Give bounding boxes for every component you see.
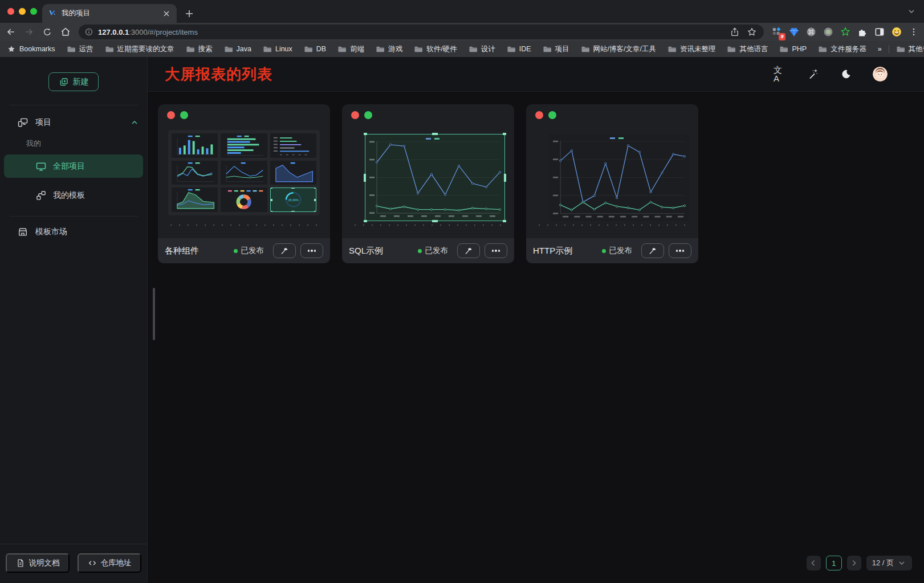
page-size-select[interactable]: 12 / 页	[866, 556, 912, 570]
bookmark-folder[interactable]: 网站/博客/文章/工具	[581, 44, 656, 54]
window-minimize-button[interactable]	[19, 8, 26, 15]
bookmark-star-icon[interactable]	[746, 26, 758, 38]
extension-grid-icon[interactable]: 9	[771, 26, 783, 38]
home-button[interactable]	[59, 26, 72, 38]
page-header: 大屏报表的列表 文A	[148, 57, 924, 92]
bookmark-folder[interactable]: Java	[224, 44, 251, 54]
extension-gem-icon[interactable]	[788, 26, 800, 38]
share-icon[interactable]	[728, 26, 741, 38]
browser-menu-icon[interactable]	[907, 26, 919, 38]
extension-green-star-icon[interactable]	[839, 26, 851, 38]
browser-tab-strip: 我的项目	[0, 0, 924, 23]
project-group-icon	[17, 117, 29, 128]
bookmark-folder[interactable]: 游戏	[376, 44, 402, 54]
bookmark-folder-label: Java	[237, 45, 251, 53]
sidebar-group-project[interactable]: 项目	[0, 105, 147, 128]
http-line-chart	[549, 134, 689, 221]
other-bookmarks[interactable]: 其他书签	[896, 44, 924, 54]
main-content: 大屏报表的列表 文A	[148, 57, 924, 583]
bookmark-folder[interactable]: 文件服务器	[818, 44, 866, 54]
project-card[interactable]: HTTP示例 已发布	[526, 104, 698, 263]
tab-search-chevron-icon[interactable]	[907, 7, 916, 18]
bookmark-folder[interactable]: 近期需要读的文章	[105, 44, 174, 54]
reload-button[interactable]	[41, 26, 54, 38]
status-label: 已发布	[241, 246, 264, 256]
card-thumbnail-dashboard[interactable]: 25.00%	[168, 130, 320, 215]
hammer-icon	[464, 246, 473, 255]
user-avatar[interactable]	[873, 67, 888, 81]
window-close-button[interactable]	[7, 8, 14, 15]
bookmark-folder[interactable]: 资讯未整理	[667, 44, 716, 54]
avatar-image	[873, 67, 888, 81]
extension-knot-icon[interactable]	[805, 26, 817, 38]
project-card[interactable]: 25.00% 各种组件 已发布	[158, 104, 330, 263]
bookmark-folder[interactable]: Linux	[263, 44, 292, 54]
bookmark-folder[interactable]: 搜索	[186, 44, 213, 54]
new-tab-button[interactable]	[182, 7, 196, 21]
bookmark-folder[interactable]: 其他语言	[727, 44, 768, 54]
side-panel-icon[interactable]	[873, 26, 885, 38]
bookmarks-divider	[889, 45, 889, 53]
sidebar-item-my-templates[interactable]: 我的模板	[4, 184, 143, 207]
bookmarks-manager[interactable]: Bookmarks	[7, 44, 55, 54]
sidebar-item-all-projects[interactable]: 全部项目	[4, 154, 143, 178]
edit-project-button[interactable]	[641, 243, 664, 258]
edit-project-button[interactable]	[457, 243, 480, 258]
extensions-puzzle-icon[interactable]	[856, 26, 868, 38]
current-page-button[interactable]: 1	[826, 556, 842, 570]
more-options-button[interactable]	[485, 243, 507, 258]
card-thumbnail-line-chart-selected[interactable]	[365, 134, 505, 221]
sidebar-subgroup-mine: 我的	[0, 128, 147, 149]
bookmark-folder-label: 项目	[555, 44, 569, 54]
address-bar[interactable]: 127.0.0.1:3000/#/project/items	[79, 25, 764, 39]
new-project-button[interactable]: 新建	[48, 72, 99, 91]
app-page: 新建 项目 我的 全部项目 我的模板 模板市场 说明文档	[0, 57, 924, 583]
card-red-dot	[351, 111, 359, 119]
next-page-button[interactable]	[847, 556, 861, 570]
url-host: 127.0.0.1	[98, 28, 129, 36]
card-thumbnail-line-chart[interactable]	[549, 134, 689, 221]
window-zoom-button[interactable]	[30, 8, 37, 15]
project-card[interactable]: SQL示例 已发布	[342, 104, 514, 263]
more-options-button[interactable]	[669, 243, 691, 258]
edit-project-button[interactable]	[273, 243, 296, 258]
bookmark-folder-label: 资讯未整理	[680, 44, 716, 54]
more-options-button[interactable]	[300, 243, 323, 258]
extension-record-icon[interactable]	[822, 26, 834, 38]
hammer-icon	[280, 246, 289, 255]
bookmarks-overflow-chevron[interactable]: »	[878, 45, 882, 53]
bookmark-folder[interactable]: 前端	[337, 44, 364, 54]
bookmarks-label: Bookmarks	[19, 45, 55, 53]
bookmark-folder[interactable]: PHP	[779, 44, 807, 54]
bookmark-folder[interactable]: IDE	[507, 44, 531, 54]
dark-mode-moon-icon[interactable]	[840, 68, 852, 80]
bookmark-folder[interactable]: 软件/硬件	[414, 44, 457, 54]
site-info-icon[interactable]	[84, 27, 93, 36]
forward-button[interactable]	[23, 26, 35, 38]
bookmark-folder[interactable]: 运营	[67, 44, 93, 54]
prev-page-button[interactable]	[807, 556, 821, 570]
sidebar-item-template-market[interactable]: 模板市场	[0, 220, 147, 243]
docs-label: 说明文档	[29, 558, 60, 568]
profile-avatar-icon[interactable]	[890, 26, 902, 38]
bookmark-folder[interactable]: 项目	[543, 44, 569, 54]
new-project-icon	[59, 77, 69, 87]
tab-close-icon[interactable]	[162, 9, 171, 18]
browser-tab-active[interactable]: 我的项目	[42, 4, 177, 23]
card-green-dot	[180, 111, 188, 119]
chevron-up-icon[interactable]	[130, 118, 139, 127]
monitor-icon	[35, 161, 47, 172]
bookmark-folder[interactable]: DB	[304, 44, 326, 54]
bookmarks-bar: Bookmarks 运营 近期需要读的文章 搜索 Java Linux DB 前…	[0, 41, 924, 57]
project-name: SQL示例	[349, 246, 413, 256]
magic-wand-icon[interactable]	[807, 68, 819, 80]
language-translate-icon[interactable]: 文A	[774, 68, 786, 80]
scrollbar-thumb[interactable]	[153, 288, 155, 340]
extensions-area: 9	[771, 26, 919, 38]
docs-button[interactable]: 说明文档	[6, 553, 70, 573]
back-button[interactable]	[5, 26, 17, 38]
bookmark-folder[interactable]: 设计	[469, 44, 495, 54]
status-label: 已发布	[425, 246, 449, 256]
mini-two-line-chart	[172, 161, 218, 185]
repo-button[interactable]: 仓库地址	[78, 553, 141, 573]
